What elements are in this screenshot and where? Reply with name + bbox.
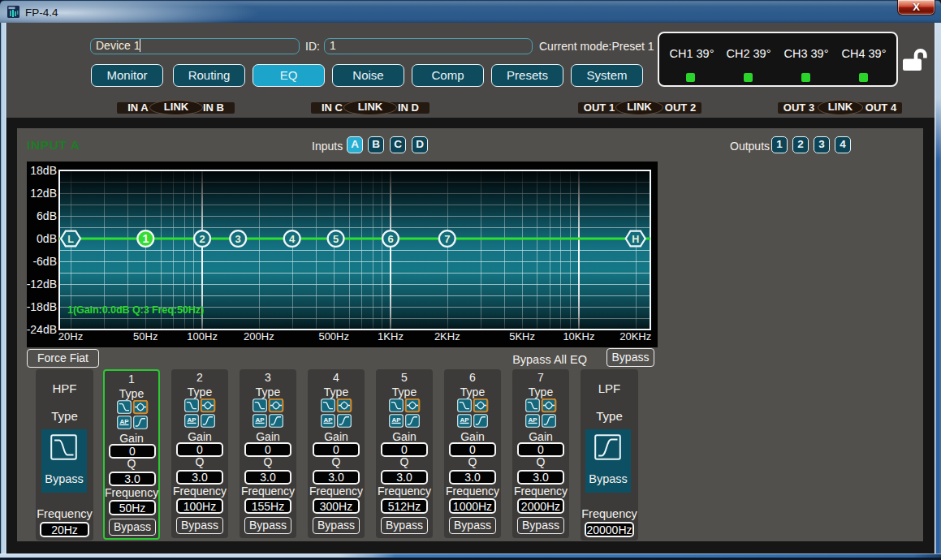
svg-text:5KHz: 5KHz <box>509 330 535 342</box>
svg-text:1KHz: 1KHz <box>378 330 404 342</box>
svg-text:AP: AP <box>255 416 265 424</box>
svg-text:AP: AP <box>119 418 129 425</box>
svg-text:L: L <box>67 234 74 245</box>
svg-text:-24dB: -24dB <box>27 323 57 336</box>
svg-text:-6dB: -6dB <box>32 255 57 268</box>
svg-text:H: H <box>632 234 639 245</box>
svg-text:0dB: 0dB <box>37 232 57 245</box>
svg-text:200Hz: 200Hz <box>244 330 274 342</box>
svg-text:AP: AP <box>528 416 537 424</box>
svg-text:20Hz: 20Hz <box>58 330 83 342</box>
svg-text:3: 3 <box>235 233 241 245</box>
svg-text:18dB: 18dB <box>30 164 57 177</box>
svg-text:7: 7 <box>444 233 450 245</box>
svg-text:AP: AP <box>187 416 196 424</box>
svg-text:12dB: 12dB <box>30 187 57 200</box>
svg-text:500Hz: 500Hz <box>318 330 349 342</box>
svg-text:5: 5 <box>333 233 339 245</box>
svg-text:100Hz: 100Hz <box>187 330 218 342</box>
svg-text:6: 6 <box>387 233 393 245</box>
svg-text:AP: AP <box>323 416 333 424</box>
svg-text:-12dB: -12dB <box>27 278 57 291</box>
svg-text:6dB: 6dB <box>37 209 57 222</box>
svg-text:AP: AP <box>391 416 401 424</box>
svg-text:2: 2 <box>199 233 205 245</box>
svg-text:AP: AP <box>460 416 469 424</box>
svg-text:1(Gain:0.0dB Q:3 Freq:50Hz): 1(Gain:0.0dB Q:3 Freq:50Hz) <box>67 304 204 316</box>
svg-text:4: 4 <box>289 233 296 245</box>
svg-text:50Hz: 50Hz <box>133 330 158 342</box>
svg-text:1: 1 <box>142 232 149 245</box>
svg-text:10KHz: 10KHz <box>563 330 594 342</box>
svg-text:20KHz: 20KHz <box>619 330 651 342</box>
svg-text:-18dB: -18dB <box>27 300 57 313</box>
svg-text:2KHz: 2KHz <box>434 330 460 342</box>
